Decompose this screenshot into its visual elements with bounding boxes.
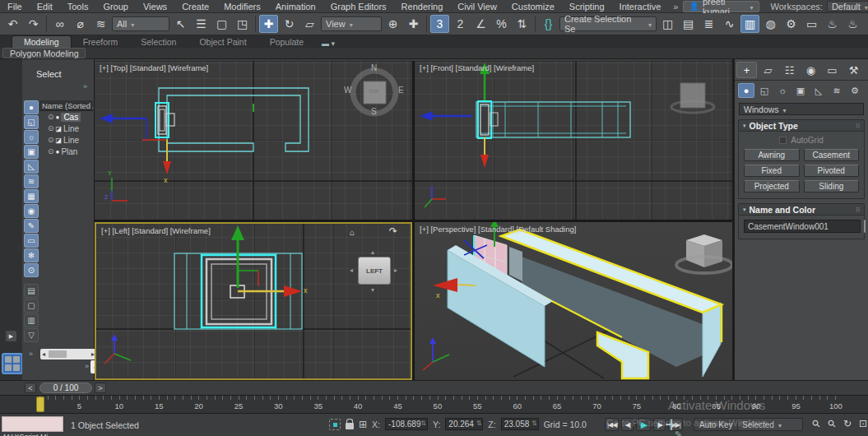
next-frame-step-button[interactable]: > <box>95 383 106 393</box>
compass-north[interactable]: N <box>371 63 377 72</box>
filter-shapes-icon[interactable]: ◱ <box>24 115 39 129</box>
rollout-header[interactable]: ▾ Name and Color ⁝⁝ <box>738 203 865 216</box>
scene-item-plane[interactable]: ⊙ ● Plan <box>39 146 93 157</box>
menu-item[interactable]: Group <box>95 2 136 12</box>
timeline-ruler[interactable]: 0510152025303540455055606570758085909510… <box>0 395 868 413</box>
schematic-view-icon[interactable]: ▥ <box>740 15 759 33</box>
window-type-button[interactable]: Pivoted <box>804 165 860 177</box>
render-icon[interactable]: ♨ <box>864 15 868 33</box>
menu-item[interactable]: Create <box>174 2 216 12</box>
select-by-name-icon[interactable]: ☰ <box>192 15 211 33</box>
filter-cameras-icon[interactable]: ▣ <box>24 145 39 159</box>
spinner-snap-icon[interactable]: ⇅ <box>513 15 531 33</box>
spacewarps-category-icon[interactable]: ≋ <box>829 83 845 98</box>
previous-frame-step-button[interactable]: < <box>25 383 36 393</box>
redo-icon[interactable]: ↷ <box>24 15 43 33</box>
filter-xrefs-icon[interactable]: ◉ <box>24 204 39 218</box>
perspective-viewport[interactable]: [+] [Perspective] [Standard] [Default Sh… <box>415 222 735 380</box>
ribbon-minimize-icon[interactable]: ▬ ▾ <box>315 39 341 48</box>
ribbon-tab[interactable]: Object Paint <box>188 36 258 48</box>
menu-item[interactable]: Rendering <box>394 2 451 12</box>
viewport-label[interactable]: [+] [Perspective] [Standard] [Default Sh… <box>420 225 576 234</box>
viewport-label[interactable]: [+] [Top] [Standard] [Wireframe] <box>100 63 208 72</box>
menu-item[interactable]: Customize <box>504 2 562 12</box>
menu-item[interactable]: Edit <box>30 2 60 12</box>
filter-geometry-icon[interactable]: ● <box>24 100 39 114</box>
display-none-icon[interactable]: ▢ <box>24 299 39 313</box>
zoom-extents-icon[interactable]: ⚲ <box>823 415 842 434</box>
go-to-start-button[interactable]: |◀◀ <box>605 418 619 431</box>
viewcube-orbit-icon[interactable]: ↷ <box>389 225 397 237</box>
angle-snap-icon[interactable]: ∠ <box>471 15 490 33</box>
menu-item[interactable]: Graph Editors <box>323 2 394 12</box>
unlink-selection-icon[interactable]: ⌀ <box>71 15 90 33</box>
scene-explorer-icon[interactable]: ▤ <box>679 15 698 33</box>
selection-region-icon[interactable] <box>329 419 341 430</box>
hierarchy-tab[interactable]: ☷ <box>779 62 800 78</box>
window-type-button[interactable]: Awning <box>744 149 800 161</box>
filter-helpers-icon[interactable]: ◺ <box>24 160 39 174</box>
rendered-frame-icon[interactable]: ▭ <box>802 15 821 33</box>
y-coord-field[interactable]: 20.264 <box>445 418 483 430</box>
select-and-move-icon[interactable]: ✚ <box>259 15 278 33</box>
material-editor-icon[interactable]: ◍ <box>761 15 780 33</box>
visibility-eye-icon[interactable]: ⊙ <box>48 147 54 155</box>
display-expand-icon[interactable]: ▤ <box>24 284 39 298</box>
scene-item-line-2[interactable]: ⊙ ◪ Line <box>39 134 93 146</box>
window-type-button[interactable]: Projected <box>744 180 800 192</box>
front-viewport[interactable]: [+] [Front] [Standard] [Wireframe] <box>415 61 735 220</box>
bind-to-spacewarp-icon[interactable]: ≋ <box>91 15 110 33</box>
named-selection-sets-icon[interactable]: {} <box>539 15 558 33</box>
menu-item[interactable]: Civil View <box>450 2 504 12</box>
scrollbar-chevron-icon[interactable]: » <box>29 350 33 358</box>
menu-item[interactable]: Views <box>136 2 174 12</box>
x-coord-field[interactable]: -108.689 <box>385 418 428 430</box>
ribbon-tab[interactable]: Selection <box>129 36 188 48</box>
snap-25d-icon[interactable]: 2 <box>451 15 470 33</box>
rollout-header[interactable]: ▾ Object Type ⁝⁝ <box>738 119 865 132</box>
front-viewport-canvas[interactable] <box>415 61 735 220</box>
geometry-category-icon[interactable]: ● <box>738 83 754 98</box>
scrollbar-thumb[interactable] <box>49 350 67 358</box>
panel-chevron-icon[interactable]: » <box>83 82 87 90</box>
viewcube-home-icon[interactable]: ⌂ <box>350 228 355 237</box>
window-type-button[interactable]: Casement <box>804 149 860 161</box>
perspective-viewport-canvas[interactable] <box>415 222 735 380</box>
scrollbar-chevron-icon[interactable]: » <box>85 362 89 370</box>
visibility-eye-icon[interactable]: ⊙ <box>48 113 54 121</box>
window-type-button[interactable]: Sliding <box>804 180 860 192</box>
set-key-icon[interactable]: + ✎ <box>665 414 678 436</box>
left-viewport[interactable]: [+] [Left] [Standard] [Wireframe] <box>95 222 412 380</box>
menu-item[interactable]: Interactive <box>612 2 669 12</box>
compass-south[interactable]: S <box>371 107 377 116</box>
filter-frozen-icon[interactable]: ❄ <box>24 248 39 262</box>
user-account-dropdown[interactable]: 👤 preeti kumari <box>683 1 759 12</box>
z-coord-field[interactable]: 23.058 <box>501 418 539 430</box>
render-iterative-icon[interactable]: ♨ <box>843 15 862 33</box>
menu-item[interactable]: Modifiers <box>216 2 268 12</box>
object-category-dropdown[interactable]: Windows <box>739 103 864 115</box>
selection-filter-dropdown[interactable]: All <box>112 16 169 31</box>
viewport-label[interactable]: [+] [Front] [Standard] [Wireframe] <box>420 63 534 72</box>
select-and-rotate-icon[interactable]: ↻ <box>280 15 299 33</box>
play-button[interactable]: ▶ <box>636 418 651 431</box>
layer-explorer-icon[interactable]: ≣ <box>699 15 718 33</box>
render-setup-icon[interactable]: ⚙ <box>782 15 801 33</box>
select-object-icon[interactable]: ↖ <box>171 15 190 33</box>
select-and-place-icon[interactable]: ✚ <box>404 15 423 33</box>
undo-icon[interactable]: ↶ <box>3 15 22 33</box>
filter-containers-icon[interactable]: ▭ <box>24 234 39 248</box>
lights-category-icon[interactable]: ☼ <box>774 83 791 98</box>
selection-lock-icon[interactable] <box>346 423 354 429</box>
cameras-category-icon[interactable]: ▣ <box>792 83 809 98</box>
viewport-layout-tab[interactable] <box>2 353 23 374</box>
explorer-horizontal-scrollbar[interactable]: ◂ ▸ <box>40 349 96 359</box>
ribbon-tab[interactable]: Populate <box>258 36 315 48</box>
scene-item-line-1[interactable]: ⊙ ◪ Line <box>39 123 93 134</box>
menu-item[interactable]: Tools <box>60 2 96 12</box>
named-selection-set-dropdown[interactable]: Create Selection Se <box>559 16 657 31</box>
filter-groups-icon[interactable]: ▦ <box>24 189 39 203</box>
previous-frame-button[interactable]: ◀| <box>621 418 634 431</box>
select-and-scale-icon[interactable]: ▱ <box>300 15 319 33</box>
shapes-category-icon[interactable]: ◱ <box>756 83 773 98</box>
